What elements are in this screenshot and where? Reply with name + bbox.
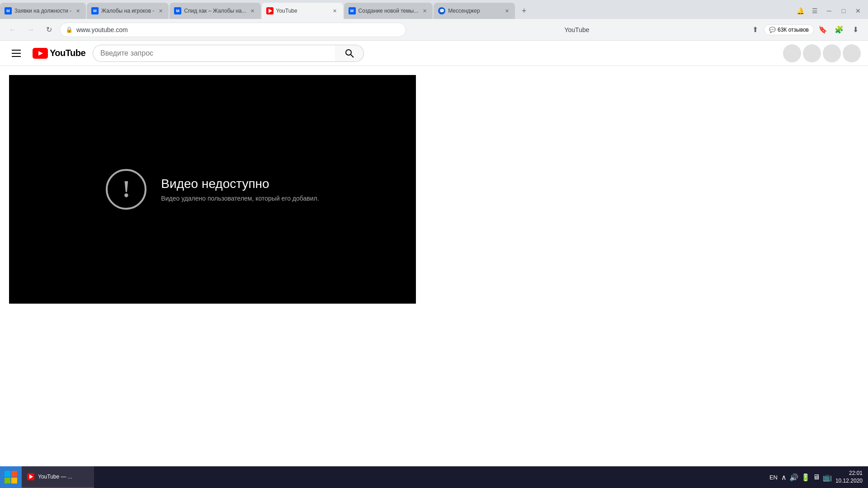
windows-logo-icon (5, 471, 17, 483)
extensions-button[interactable]: 🧩 (832, 23, 846, 37)
hamburger-line-1 (12, 50, 21, 51)
video-unavailable-container: ! Видео недоступно Видео удалено пользов… (106, 169, 319, 210)
hamburger-menu-button[interactable] (7, 44, 25, 62)
tab-4-youtube[interactable]: YouTube ✕ (262, 3, 343, 19)
yt-icon-btn-1[interactable] (783, 44, 801, 62)
youtube-logo[interactable]: YouTube (33, 48, 85, 59)
download-button[interactable]: ⬇ (848, 23, 863, 37)
system-tray-icons: ∧ 🔊 🔋 🖥 📺 (781, 473, 832, 482)
settings-btn[interactable]: ☰ (808, 5, 821, 17)
svg-line-3 (351, 55, 354, 57)
taskbar-youtube-item[interactable]: YouTube — ... (22, 466, 94, 488)
minimize-btn[interactable]: ─ (823, 5, 835, 17)
address-bar-actions: ⬆ 💬 63К отзывов 🔖 🧩 ⬇ (748, 23, 863, 37)
svg-point-2 (346, 50, 351, 55)
search-icon (345, 49, 354, 58)
tab-bar: M Заявки на должности - ✕ M Жалобы на иг… (0, 0, 868, 19)
comment-icon: 💬 (769, 27, 776, 33)
reload-button[interactable]: ↻ (42, 23, 56, 37)
battery-icon[interactable]: 🔋 (801, 473, 810, 482)
address-text: www.youtube.com (76, 26, 400, 33)
tab-6-messenger[interactable]: 💬 Мессенджер ✕ (434, 3, 515, 19)
hamburger-line-3 (12, 56, 21, 57)
error-subtitle: Видео удалено пользователем, который его… (161, 195, 319, 202)
youtube-logo-text: YouTube (50, 48, 85, 58)
youtube-header-right (783, 44, 861, 62)
taskbar-item-label: YouTube — ... (38, 474, 72, 480)
clock-date: 10.12.2020 (835, 477, 863, 485)
chevron-up-icon[interactable]: ∧ (781, 473, 787, 482)
window-controls: 🔔 ☰ ─ □ ✕ (794, 5, 868, 17)
tab-4-title: YouTube (276, 8, 329, 14)
error-text-container: Видео недоступно Видео удалено пользоват… (161, 177, 319, 202)
yt-icon-btn-2[interactable] (803, 44, 821, 62)
tab-5-close[interactable]: ✕ (421, 7, 428, 14)
yt-icon-btn-3[interactable] (823, 44, 841, 62)
youtube-main: ! Видео недоступно Видео удалено пользов… (0, 66, 868, 466)
network-icon[interactable]: 🖥 (813, 473, 820, 481)
search-input[interactable] (93, 45, 335, 62)
tab-6-close[interactable]: ✕ (503, 7, 510, 14)
forward-button[interactable]: → (24, 23, 38, 37)
svg-rect-7 (11, 478, 17, 483)
youtube-header: YouTube (0, 41, 868, 66)
video-player[interactable]: ! Видео недоступно Видео удалено пользов… (9, 75, 416, 304)
lock-icon: 🔒 (66, 26, 73, 33)
error-title: Видео недоступно (161, 177, 319, 191)
tab-5[interactable]: M Создание новой темы... ✕ (344, 3, 433, 19)
tab-2[interactable]: M Жалобы на игроков - ✕ (87, 3, 169, 19)
tab-3-title: Спид хак – Жалобы на... (184, 8, 246, 14)
start-button[interactable] (0, 466, 22, 488)
reviews-count: 63К отзывов (778, 27, 809, 33)
tab-3[interactable]: M Спид хак – Жалобы на... ✕ (170, 3, 260, 19)
tab-2-title: Жалобы на игроков - (101, 8, 154, 14)
error-exclamation-mark: ! (123, 178, 130, 201)
search-button[interactable] (335, 45, 364, 62)
tab-5-favicon: M (349, 7, 356, 14)
back-button[interactable]: ← (5, 23, 20, 37)
browser-window: M Заявки на должности - ✕ M Жалобы на иг… (0, 0, 868, 488)
svg-rect-6 (5, 478, 10, 483)
system-clock[interactable]: 22:01 10.12.2020 (835, 469, 863, 485)
tab-1-favicon: M (5, 7, 12, 14)
error-icon: ! (106, 169, 146, 210)
taskbar: YouTube — ... EN ∧ 🔊 🔋 🖥 📺 22:01 10.12.2… (0, 466, 868, 488)
page-content: YouTube (0, 41, 868, 466)
search-container (93, 45, 364, 62)
clock-time: 22:01 (849, 469, 863, 477)
bookmark-button[interactable]: 🔖 (816, 23, 830, 37)
tab-4-close[interactable]: ✕ (331, 7, 339, 14)
notifications-btn[interactable]: 🔔 (794, 5, 807, 17)
svg-rect-4 (5, 471, 10, 477)
language-indicator[interactable]: EN (769, 474, 778, 481)
tab-3-close[interactable]: ✕ (249, 7, 256, 14)
tab-6-title: Мессенджер (448, 8, 500, 14)
share-button[interactable]: ⬆ (748, 23, 762, 37)
close-btn[interactable]: ✕ (852, 5, 864, 17)
page-title-center: YouTube (410, 26, 744, 33)
tab-5-title: Создание новой темы... (359, 8, 419, 14)
tab-1-close[interactable]: ✕ (74, 7, 81, 14)
new-tab-button[interactable]: + (518, 5, 530, 17)
tab-2-favicon: M (91, 7, 99, 14)
tab-6-favicon: 💬 (438, 7, 445, 14)
taskbar-yt-favicon (27, 473, 34, 480)
volume-icon[interactable]: 🔊 (789, 473, 798, 482)
svg-rect-5 (11, 471, 17, 477)
address-bar[interactable]: 🔒 www.youtube.com (60, 23, 406, 37)
tab-3-favicon: M (174, 7, 181, 14)
tab-4-favicon (266, 7, 274, 14)
tab-1[interactable]: M Заявки на должности - ✕ (0, 3, 86, 19)
tab-2-close[interactable]: ✕ (157, 7, 164, 14)
taskbar-right: EN ∧ 🔊 🔋 🖥 📺 22:01 10.12.2020 (769, 469, 868, 485)
yt-icon-btn-4[interactable] (843, 44, 861, 62)
hamburger-line-2 (12, 53, 21, 54)
display-icon[interactable]: 📺 (823, 473, 832, 482)
reviews-badge[interactable]: 💬 63К отзывов (764, 24, 814, 35)
maximize-btn[interactable]: □ (837, 5, 850, 17)
youtube-logo-icon (33, 48, 48, 59)
address-bar-row: ← → ↻ 🔒 www.youtube.com YouTube ⬆ 💬 63К … (0, 19, 868, 41)
tab-1-title: Заявки на должности - (14, 8, 71, 14)
